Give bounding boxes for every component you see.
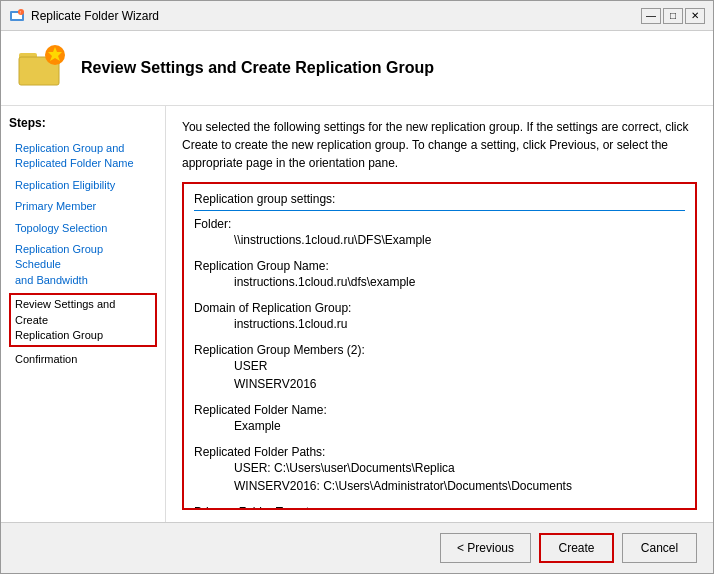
settings-item-members: Replication Group Members (2): USERWINSE…: [194, 343, 685, 393]
header-section: Review Settings and Create Replication G…: [1, 31, 713, 106]
sidebar-item-schedule[interactable]: Replication Group Scheduleand Bandwidth: [9, 239, 157, 291]
settings-label-folder-name: Replicated Folder Name:: [194, 403, 685, 417]
cancel-button[interactable]: Cancel: [622, 533, 697, 563]
sidebar-item-replication-group[interactable]: Replication Group andReplicated Folder N…: [9, 138, 157, 175]
sidebar-heading: Steps:: [9, 116, 157, 130]
main-content: You selected the following settings for …: [166, 106, 713, 522]
settings-box-inner[interactable]: Replication group settings: Folder: \\in…: [184, 184, 695, 508]
svg-text:!: !: [20, 9, 21, 14]
settings-value-folder-name: Example: [194, 417, 685, 435]
app-icon: !: [9, 8, 25, 24]
settings-value-members: USERWINSERV2016: [194, 357, 685, 393]
sidebar-item-eligibility[interactable]: Replication Eligibility: [9, 175, 157, 196]
sidebar-item-topology[interactable]: Topology Selection: [9, 218, 157, 239]
sidebar-item-confirmation: Confirmation: [9, 349, 157, 370]
settings-box: Replication group settings: Folder: \\in…: [182, 182, 697, 510]
settings-value-group-name: instructions.1cloud.ru\dfs\example: [194, 273, 685, 291]
settings-item-group-name: Replication Group Name: instructions.1cl…: [194, 259, 685, 291]
footer: < Previous Create Cancel: [1, 522, 713, 573]
title-bar-controls: — □ ✕: [641, 8, 705, 24]
settings-item-domain: Domain of Replication Group: instruction…: [194, 301, 685, 333]
settings-header: Replication group settings:: [194, 192, 685, 211]
header-title: Review Settings and Create Replication G…: [81, 59, 434, 77]
header-icon: [17, 43, 67, 93]
svg-rect-5: [19, 53, 37, 59]
sidebar-item-primary-member[interactable]: Primary Member: [9, 196, 157, 217]
sidebar: Steps: Replication Group andReplicated F…: [1, 106, 166, 522]
settings-label-folder: Folder:: [194, 217, 685, 231]
title-bar-title: Replicate Folder Wizard: [31, 9, 159, 23]
settings-item-folder-paths: Replicated Folder Paths: USER: C:\Users\…: [194, 445, 685, 495]
settings-item-folder: Folder: \\instructions.1cloud.ru\DFS\Exa…: [194, 217, 685, 249]
settings-item-primary-target: Primary Folder Target: WINSERV2016: [194, 505, 685, 508]
previous-button[interactable]: < Previous: [440, 533, 531, 563]
create-button[interactable]: Create: [539, 533, 614, 563]
settings-label-group-name: Replication Group Name:: [194, 259, 685, 273]
sidebar-item-review[interactable]: Review Settings and CreateReplication Gr…: [9, 293, 157, 347]
close-button[interactable]: ✕: [685, 8, 705, 24]
settings-value-folder-paths: USER: C:\Users\user\Documents\ReplicaWIN…: [194, 459, 685, 495]
settings-label-folder-paths: Replicated Folder Paths:: [194, 445, 685, 459]
minimize-button[interactable]: —: [641, 8, 661, 24]
settings-value-folder: \\instructions.1cloud.ru\DFS\Example: [194, 231, 685, 249]
settings-label-primary-target: Primary Folder Target:: [194, 505, 685, 508]
settings-value-domain: instructions.1cloud.ru: [194, 315, 685, 333]
maximize-button[interactable]: □: [663, 8, 683, 24]
title-bar-left: ! Replicate Folder Wizard: [9, 8, 159, 24]
window: ! Replicate Folder Wizard — □ ✕ Review S…: [0, 0, 714, 574]
settings-label-domain: Domain of Replication Group:: [194, 301, 685, 315]
description-text: You selected the following settings for …: [182, 118, 697, 172]
content-area: Steps: Replication Group andReplicated F…: [1, 106, 713, 522]
settings-label-members: Replication Group Members (2):: [194, 343, 685, 357]
settings-item-folder-name: Replicated Folder Name: Example: [194, 403, 685, 435]
title-bar: ! Replicate Folder Wizard — □ ✕: [1, 1, 713, 31]
